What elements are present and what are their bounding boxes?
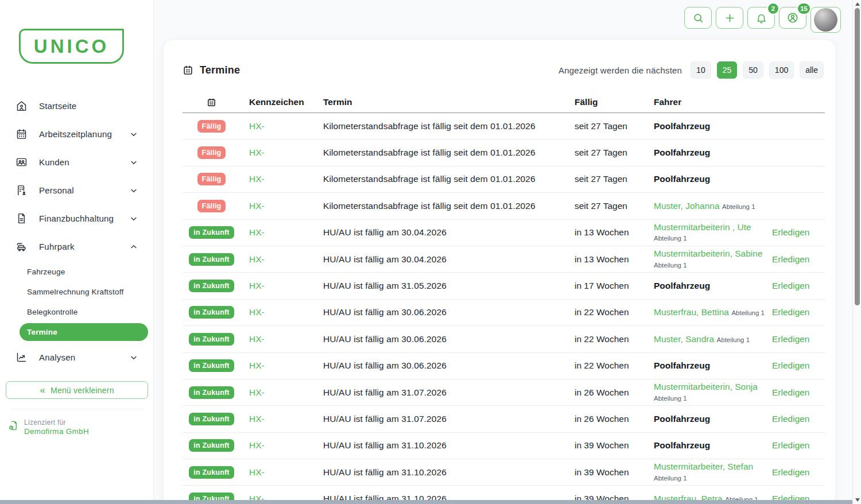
driver-name[interactable]: Musterfrau, Bettina [654, 307, 729, 317]
sidebar-item-startseite[interactable]: Startseite [0, 92, 153, 120]
plate-link[interactable]: HX- [249, 334, 323, 344]
erledigen-link[interactable]: Erledigen [772, 281, 810, 290]
table-row: in Zukunft HX- HU/AU ist fällig am 30.04… [183, 220, 825, 246]
home-icon [15, 100, 28, 112]
license-line2[interactable]: Demofirma GmbH [24, 427, 89, 436]
page-size-option-25[interactable]: 25 [717, 61, 738, 79]
sidebar-item-termine[interactable]: Termine [20, 323, 148, 341]
plate-link[interactable]: HX- [249, 254, 323, 265]
table-row: in Zukunft HX- HU/AU ist fällig am 31.07… [183, 379, 825, 406]
column-header-kennzeichen: Kennzeichen [249, 97, 323, 107]
add-button[interactable] [716, 7, 743, 29]
vertical-scrollbar[interactable] [852, 0, 861, 504]
erledigen-link[interactable]: Erledigen [772, 387, 810, 397]
erledigen-link[interactable]: Erledigen [772, 414, 810, 424]
sidebar-item-personal[interactable]: Personal [0, 176, 153, 204]
driver-name[interactable]: Mustermitarbeiterin, Sonja [654, 382, 758, 391]
sidebar-item-label: Startseite [39, 101, 76, 111]
plate-link[interactable]: HX- [249, 201, 323, 211]
erledigen-link[interactable]: Erledigen [772, 254, 810, 264]
plate-link[interactable]: HX- [249, 414, 323, 424]
plate-link[interactable]: HX- [249, 148, 323, 158]
driver-name[interactable]: Mustermitarbeiterin, Sabine [654, 249, 763, 258]
plate-link[interactable]: HX- [249, 307, 323, 317]
fleet-icon [15, 241, 28, 253]
notifications-button[interactable]: 2 [747, 7, 775, 29]
status-badge: in Zukunft [189, 226, 234, 239]
sidebar-item-arbeitszeitplanung[interactable]: Arbeitszeitplanung [0, 120, 153, 148]
driver-name[interactable]: Mustermitarbeiterin , Ute [654, 222, 751, 232]
due-text: in 26 Wochen [575, 414, 654, 424]
horizontal-scrollbar[interactable] [0, 500, 852, 504]
sub-item-label: Termine [27, 328, 57, 336]
plate-link[interactable]: HX- [249, 467, 323, 478]
fuhrpark-submenu: Fahrzeuge Sammelrechnung Kraftstoff Bele… [20, 262, 148, 341]
table-row: in Zukunft HX- HU/AU ist fällig am 31.05… [183, 273, 825, 299]
table-row: Fällig HX- Kilometerstandsabfrage ist fä… [183, 166, 825, 193]
action-cell: Erledigen [772, 227, 825, 238]
status-badge: Fällig [197, 200, 226, 212]
page-size-option-10[interactable]: 10 [691, 61, 711, 79]
erledigen-link[interactable]: Erledigen [772, 360, 810, 370]
plate-link[interactable]: HX- [249, 387, 323, 398]
plate-link[interactable]: HX- [249, 121, 323, 131]
calendar-column-icon [191, 98, 232, 107]
erledigen-link[interactable]: Erledigen [772, 307, 810, 317]
erledigen-link[interactable]: Erledigen [772, 467, 810, 477]
collapse-menu-button[interactable]: « Menü verkleinern [6, 381, 148, 399]
scroll-up-arrow-icon[interactable] [855, 2, 860, 6]
plate-link[interactable]: HX- [249, 440, 323, 451]
calendar-check-icon [183, 65, 193, 76]
sidebar-item-belegkontrolle[interactable]: Belegkontrolle [20, 302, 148, 322]
due-text: in 17 Wochen [575, 281, 654, 291]
sidebar-item-sammelrechnung-kraftstoff[interactable]: Sammelrechnung Kraftstoff [20, 282, 148, 302]
sidebar-item-fuhrpark[interactable]: Fuhrpark [0, 232, 153, 261]
sidebar-item-fahrzeuge[interactable]: Fahrzeuge [20, 262, 148, 282]
driver-name[interactable]: Muster, Johanna [654, 201, 720, 211]
status-cell: Fällig [191, 173, 232, 185]
plate-link[interactable]: HX- [249, 360, 323, 371]
profile-button[interactable] [810, 7, 841, 33]
table-row: in Zukunft HX- HU/AU ist fällig am 30.06… [183, 353, 825, 379]
plate-link[interactable]: HX- [249, 281, 323, 291]
scroll-down-arrow-icon[interactable] [855, 498, 860, 502]
termin-text: HU/AU ist fällig am 30.06.2026 [323, 360, 575, 371]
status-cell: Fällig [191, 120, 232, 133]
search-button[interactable] [684, 7, 712, 29]
sidebar-item-finanzbuchhaltung[interactable]: Finanzbuchhaltung [0, 204, 153, 232]
page-size-option-alle[interactable]: alle [800, 61, 824, 79]
due-text: in 13 Wochen [575, 254, 654, 265]
action-cell: Erledigen [772, 440, 825, 451]
status-badge: in Zukunft [189, 333, 234, 346]
unico-logo[interactable]: UNICO [19, 29, 124, 64]
user-tasks-button[interactable]: 15 [779, 7, 806, 29]
due-text: in 26 Wochen [575, 387, 654, 398]
action-cell: Erledigen [772, 414, 825, 424]
plate-link[interactable]: HX- [249, 227, 323, 238]
page-size-option-100[interactable]: 100 [769, 61, 794, 79]
status-cell: in Zukunft [191, 359, 232, 372]
erledigen-link[interactable]: Erledigen [772, 440, 810, 450]
vertical-scrollbar-thumb[interactable] [855, 8, 860, 305]
driver-name[interactable]: Mustermitarbeiter, Stefan [654, 462, 753, 471]
analytics-icon [15, 351, 28, 363]
collapse-menu-label: Menü verkleinern [51, 386, 114, 395]
personnel-icon [15, 184, 28, 196]
horizontal-scrollbar-thumb[interactable] [0, 500, 852, 504]
driver-cell: Poolfahrzeug [654, 148, 772, 158]
driver-cell: Mustermitarbeiterin , Ute Abteilung 1 [654, 222, 772, 243]
driver-name[interactable]: Muster, Sandra [654, 334, 714, 344]
page-size-option-50[interactable]: 50 [743, 61, 763, 79]
driver-department: Abteilung 1 [731, 309, 765, 316]
plate-link[interactable]: HX- [249, 174, 323, 184]
driver-cell: Poolfahrzeug [654, 414, 772, 424]
erledigen-link[interactable]: Erledigen [772, 334, 810, 344]
sidebar-item-kunden[interactable]: Kunden [0, 148, 153, 176]
due-text: in 13 Wochen [575, 227, 654, 238]
erledigen-link[interactable]: Erledigen [772, 227, 810, 237]
action-cell: Erledigen [772, 307, 825, 317]
driver-department: Abteilung 1 [654, 262, 687, 269]
sidebar-item-analysen[interactable]: Analysen [0, 343, 153, 371]
driver-name: Poolfahrzeug [654, 440, 710, 450]
action-cell: Erledigen [772, 254, 825, 265]
